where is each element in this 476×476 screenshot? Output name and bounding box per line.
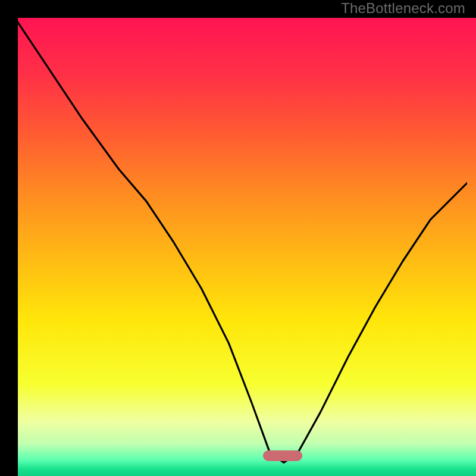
- bottleneck-curve: [9, 9, 467, 467]
- optimal-marker: [263, 450, 302, 461]
- watermark-text: TheBottleneck.com: [341, 0, 465, 17]
- chart-frame: [9, 9, 467, 467]
